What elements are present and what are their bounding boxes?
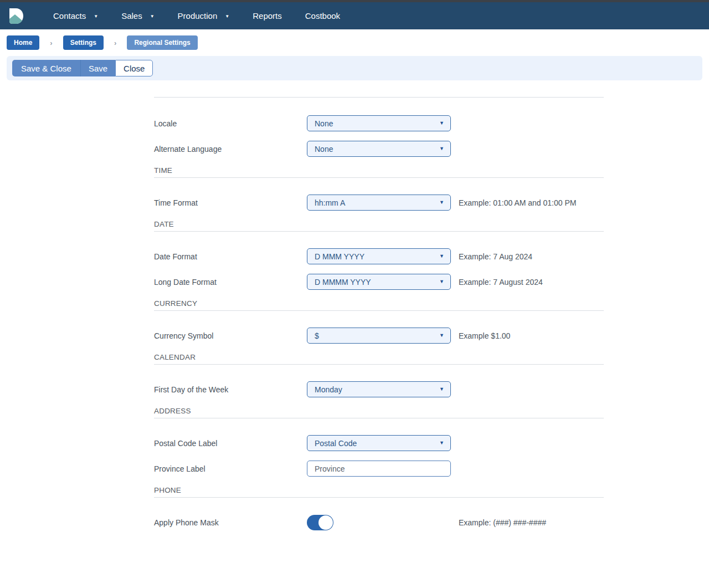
apply-phone-mask-example: Example: (###) ###-#### <box>459 518 546 527</box>
breadcrumb-separator-icon: › <box>50 39 52 47</box>
currency-symbol-select[interactable]: $ ▼ <box>307 328 451 344</box>
long-date-format-example: Example: 7 August 2024 <box>459 278 543 287</box>
select-value: D MMM YYYY <box>315 252 364 261</box>
select-value: None <box>315 145 333 154</box>
section-phone: PHONE Apply Phone Mask Example: (###) ##… <box>154 486 604 530</box>
date-format-example: Example: 7 Aug 2024 <box>459 252 532 261</box>
section-time: TIME Time Format hh:mm A ▼ Example: 01:0… <box>154 166 604 211</box>
form-top-divider <box>154 97 604 98</box>
apply-phone-mask-row: Apply Phone Mask Example: (###) ###-#### <box>154 514 604 530</box>
chevron-down-icon: ▼ <box>439 200 444 205</box>
save-and-close-button[interactable]: Save & Close <box>12 60 81 76</box>
currency-symbol-row: Currency Symbol $ ▼ Example $1.00 <box>154 328 604 344</box>
date-format-row: Date Format D MMM YYYY ▼ Example: 7 Aug … <box>154 248 604 264</box>
province-label-label: Province Label <box>154 464 307 473</box>
chevron-down-icon: ▼ <box>150 14 155 19</box>
breadcrumb-settings[interactable]: Settings <box>63 35 104 50</box>
chevron-down-icon: ▼ <box>439 441 444 446</box>
section-header-time: TIME <box>154 166 604 178</box>
breadcrumb-regional-settings[interactable]: Regional Settings <box>127 35 197 50</box>
breadcrumb-home[interactable]: Home <box>7 35 39 50</box>
long-date-format-label: Long Date Format <box>154 278 307 287</box>
province-label-row: Province Label <box>154 461 604 477</box>
locale-label: Locale <box>154 119 307 128</box>
currency-symbol-example: Example $1.00 <box>459 331 510 340</box>
alternate-language-row: Alternate Language None ▼ <box>154 141 604 157</box>
first-day-of-week-select[interactable]: Monday ▼ <box>307 381 451 397</box>
chevron-down-icon: ▼ <box>94 14 98 19</box>
nav-item-label: Contacts <box>53 11 86 21</box>
main-navbar: Contacts ▼ Sales ▼ Production ▼ Reports … <box>0 2 709 29</box>
time-format-select[interactable]: hh:mm A ▼ <box>307 195 451 211</box>
time-format-label: Time Format <box>154 198 307 207</box>
close-button[interactable]: Close <box>115 60 153 76</box>
alternate-language-label: Alternate Language <box>154 145 307 154</box>
nav-item-production[interactable]: Production ▼ <box>173 8 234 24</box>
postal-code-label-select[interactable]: Postal Code ▼ <box>307 435 451 451</box>
date-format-select[interactable]: D MMM YYYY ▼ <box>307 248 451 264</box>
toolbar-button-group: Save & Close Save Close <box>12 60 153 76</box>
section-header-calendar: CALENDAR <box>154 353 604 365</box>
select-value: hh:mm A <box>315 198 345 207</box>
chevron-down-icon: ▼ <box>225 14 229 19</box>
nav-item-label: Costbook <box>305 11 340 21</box>
chevron-down-icon: ▼ <box>439 121 444 126</box>
date-format-label: Date Format <box>154 252 307 261</box>
regional-settings-form: Locale None ▼ Alternate Language None ▼ … <box>154 97 604 530</box>
nav-item-label: Sales <box>121 11 142 21</box>
apply-phone-mask-label: Apply Phone Mask <box>154 518 307 527</box>
select-value: None <box>315 119 333 128</box>
breadcrumb-separator-icon: › <box>114 39 116 47</box>
nav-items: Contacts ▼ Sales ▼ Production ▼ Reports … <box>49 8 359 24</box>
section-address: ADDRESS Postal Code Label Postal Code ▼ … <box>154 407 604 477</box>
app-logo-icon[interactable] <box>9 8 24 24</box>
alternate-language-select[interactable]: None ▼ <box>307 141 451 157</box>
chevron-down-icon: ▼ <box>439 333 444 338</box>
section-calendar: CALENDAR First Day of the Week Monday ▼ <box>154 353 604 397</box>
long-date-format-row: Long Date Format D MMMM YYYY ▼ Example: … <box>154 274 604 290</box>
section-header-date: DATE <box>154 220 604 232</box>
nav-item-label: Reports <box>253 11 282 21</box>
chevron-down-icon: ▼ <box>439 254 444 259</box>
select-value: Monday <box>315 385 342 394</box>
section-header-phone: PHONE <box>154 486 604 498</box>
apply-phone-mask-toggle[interactable] <box>307 515 333 530</box>
locale-select[interactable]: None ▼ <box>307 115 451 131</box>
action-toolbar: Save & Close Save Close <box>7 56 702 80</box>
chevron-down-icon: ▼ <box>439 279 444 284</box>
chevron-down-icon: ▼ <box>439 146 444 151</box>
postal-code-label-label: Postal Code Label <box>154 439 307 448</box>
time-format-row: Time Format hh:mm A ▼ Example: 01:00 AM … <box>154 195 604 211</box>
nav-item-reports[interactable]: Reports <box>248 8 286 24</box>
time-format-example: Example: 01:00 AM and 01:00 PM <box>459 198 576 207</box>
save-button[interactable]: Save <box>81 60 115 76</box>
locale-row: Locale None ▼ <box>154 115 604 131</box>
section-currency: CURRENCY Currency Symbol $ ▼ Example $1.… <box>154 299 604 344</box>
nav-item-label: Production <box>178 11 218 21</box>
section-date: DATE Date Format D MMM YYYY ▼ Example: 7… <box>154 220 604 290</box>
toggle-knob <box>318 515 333 530</box>
first-day-of-week-label: First Day of the Week <box>154 385 307 394</box>
first-day-of-week-row: First Day of the Week Monday ▼ <box>154 381 604 397</box>
currency-symbol-label: Currency Symbol <box>154 331 307 340</box>
breadcrumb: Home › Settings › Regional Settings <box>0 29 709 55</box>
select-value: $ <box>315 331 319 340</box>
postal-code-label-row: Postal Code Label Postal Code ▼ <box>154 435 604 451</box>
nav-item-costbook[interactable]: Costbook <box>301 8 345 24</box>
section-header-address: ADDRESS <box>154 407 604 418</box>
nav-item-sales[interactable]: Sales ▼ <box>117 8 158 24</box>
nav-item-contacts[interactable]: Contacts ▼ <box>49 8 102 24</box>
long-date-format-select[interactable]: D MMMM YYYY ▼ <box>307 274 451 290</box>
select-value: Postal Code <box>315 439 357 448</box>
province-label-input[interactable] <box>307 461 451 477</box>
chevron-down-icon: ▼ <box>439 387 444 392</box>
section-header-currency: CURRENCY <box>154 299 604 311</box>
select-value: D MMMM YYYY <box>315 278 371 287</box>
